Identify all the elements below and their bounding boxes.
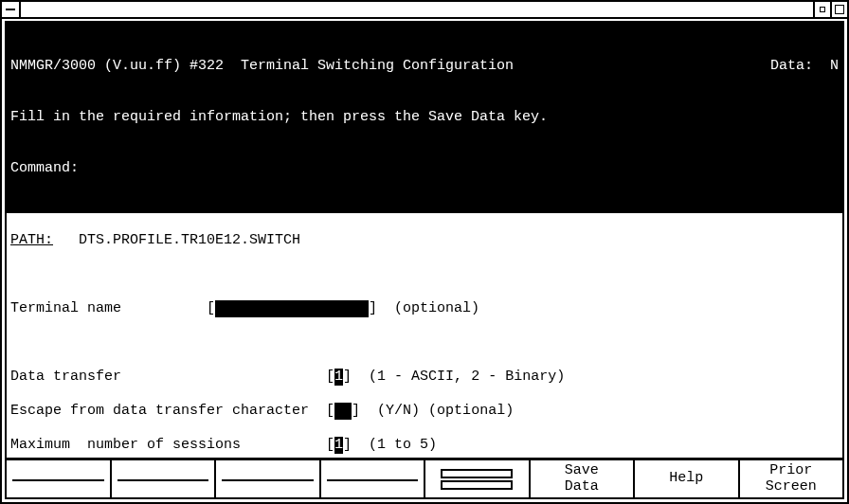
terminal-name-input[interactable] <box>215 300 369 317</box>
data-transfer-hint: (1 - ASCII, 2 - Binary) <box>369 369 565 385</box>
max-sessions-label: Maximum number of sessions <box>10 437 241 453</box>
path-value: DTS.PROFILE.TR10E12.SWITCH <box>79 232 300 248</box>
data-transfer-input[interactable]: 1 <box>334 369 343 386</box>
fkey-label: Data <box>565 479 599 495</box>
fkey-f3[interactable] <box>216 460 321 497</box>
maximize-icon[interactable] <box>830 2 847 17</box>
path-label: PATH: <box>10 232 53 248</box>
header-instruction: Fill in the required information; then p… <box>10 109 839 126</box>
minimize-icon[interactable] <box>813 2 830 17</box>
fkey-f1[interactable] <box>7 460 112 497</box>
fkey-save-data[interactable]: Save Data <box>531 460 636 497</box>
function-key-row: Save Data Help Prior Screen <box>7 458 842 497</box>
max-sessions-input[interactable]: 1 <box>334 437 343 454</box>
fkey-help[interactable]: Help <box>635 460 740 497</box>
escape-char-input[interactable] <box>334 403 352 420</box>
window-menu-icon[interactable] <box>2 2 21 17</box>
escape-char-label: Escape from data transfer character <box>10 403 309 419</box>
data-flag: N <box>830 58 839 74</box>
screen-header: NMMGR/3000 (V.uu.ff) #322 Terminal Switc… <box>7 23 842 213</box>
escape-char-hint: (Y/N) (optional) <box>377 403 514 419</box>
terminal-name-hint: (optional) <box>394 300 479 316</box>
app-id: NMMGR/3000 (V.uu.ff) #322 <box>10 58 224 74</box>
fkey-label: Help <box>669 471 703 487</box>
titlebar-spacer <box>21 2 813 17</box>
max-sessions-hint: (1 to 5) <box>369 437 437 453</box>
terminal-window: NMMGR/3000 (V.uu.ff) #322 Terminal Switc… <box>0 0 849 504</box>
terminal-name-label: Terminal name <box>10 300 121 316</box>
data-transfer-label: Data transfer <box>10 369 121 385</box>
data-label: Data: <box>770 58 813 74</box>
fkey-label: Save <box>565 463 599 479</box>
screen-title: Terminal Switching Configuration <box>241 58 514 74</box>
fkey-f4[interactable] <box>321 460 426 497</box>
terminal-content: NMMGR/3000 (V.uu.ff) #322 Terminal Switc… <box>5 21 844 499</box>
command-label: Command: <box>10 160 79 176</box>
fkey-f2[interactable] <box>112 460 217 497</box>
fkey-label: Screen <box>766 479 817 495</box>
fkey-f5[interactable] <box>425 460 531 497</box>
fkey-label: Prior <box>769 463 812 479</box>
fkey-prior-screen[interactable]: Prior Screen <box>740 460 843 497</box>
form-body: PATH: DTS.PROFILE.TR10E12.SWITCH Termina… <box>7 213 842 458</box>
window-titlebar <box>2 2 847 19</box>
